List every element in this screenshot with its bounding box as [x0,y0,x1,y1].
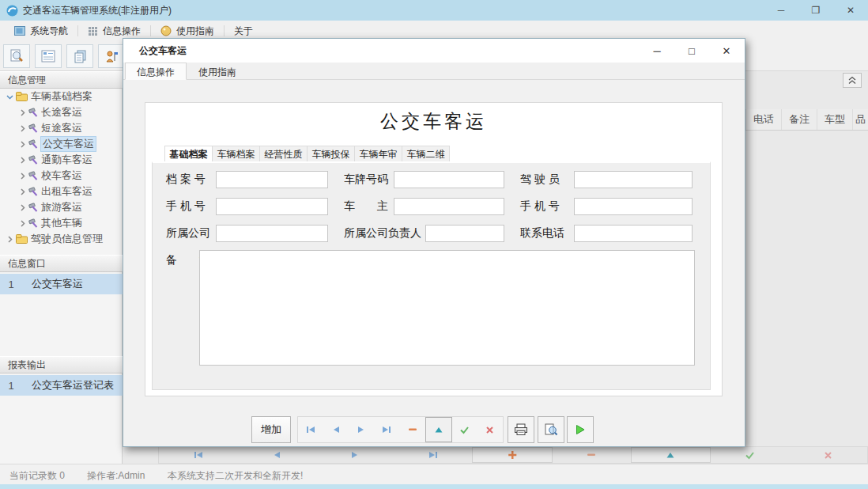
column-header: 车型 [817,109,852,130]
tree-item-label: 短途客运 [41,121,82,135]
dialog-tab-bar: 信息操作 使用指南 [123,63,745,80]
archive-no-field[interactable] [216,171,328,188]
form-tool-button[interactable] [35,44,62,68]
tree-item-label: 驾驶员信息管理 [31,232,103,246]
dlg-post-record-button[interactable] [452,417,477,442]
remark-field[interactable] [199,250,695,366]
dlg-delete-record-button[interactable] [400,417,425,442]
print-button[interactable] [508,416,534,443]
tree-item-label-selected: 公交车客运 [41,137,96,151]
dlg-cancel-record-button[interactable] [477,417,503,442]
chevron-right-icon [17,141,27,148]
tree-item-chuzu[interactable]: 出租车客运 [0,184,123,199]
tree-item-tongqin[interactable]: 通勤车客运 [0,152,123,168]
preview-tool-button[interactable] [3,44,30,68]
window-title: 交通客运车辆管理系统(非注册用户) [23,4,172,17]
sidebar-header-report-output: 报表输出 [0,356,123,373]
owner-label: 车 主 [344,199,388,214]
dialog-groupbox: 公交车客运 基础档案 车辆档案 经营性质 车辆投保 车辆年审 车辆二维 档 案 … [145,102,723,396]
dlg-edit-record-button[interactable] [425,417,452,442]
play-icon [575,424,586,435]
plate-no-field[interactable] [394,171,504,188]
tree-item-label: 出租车客运 [41,184,92,199]
restore-button[interactable]: ❐ [798,0,833,21]
insert-record-button[interactable] [472,447,552,463]
tree-item-changtu[interactable]: 长途客运 [0,104,123,120]
tree-item-lvyou[interactable]: 旅游客运 [0,199,123,215]
add-button[interactable]: 增加 [251,416,291,443]
driver-label: 驾 驶 员 [520,172,560,187]
report-output-row[interactable]: 1 公交车客运登记表 [0,375,123,396]
next-record-button[interactable] [315,447,394,463]
bus-dialog-window: 公交车客运 ─ □ ✕ 信息操作 使用指南 公交车客运 基础档案 车辆档案 经营… [123,38,745,447]
prev-record-button[interactable] [237,447,315,463]
menu-item-system-nav[interactable]: 系统导航 [5,21,77,41]
cancel-record-button[interactable] [789,447,867,463]
mobile-field[interactable] [216,198,328,215]
row-label: 公交车客运登记表 [32,378,114,392]
tree-item-driver-root[interactable]: 驾驶员信息管理 [0,231,123,247]
tab-basic-archive[interactable]: 基础档案 [164,146,213,162]
run-button[interactable] [567,416,594,443]
owner-mobile-field[interactable] [574,198,693,215]
column-header: 品 [852,109,868,130]
dialog-button-bar: 增加 [123,416,745,443]
search-doc-icon [9,49,24,63]
dlg-next-record-button[interactable] [349,417,374,442]
user-tool-button[interactable] [98,44,125,68]
background-record-navigator [158,446,868,464]
window-titlebar: 交通客运车辆管理系统(非注册用户) ─ ❐ ✕ [0,0,868,21]
row-label: 公交车客运 [32,277,83,291]
info-window-row[interactable]: 1 公交车客运 [0,274,123,294]
tree-item-vehicle-archive-root[interactable]: 车辆基础档案 [0,89,123,104]
window-bottom-edge [0,484,868,489]
driver-field[interactable] [574,171,693,188]
contact-phone-label: 联系电话 [520,226,564,241]
minimize-button[interactable]: ─ [764,0,798,21]
print-preview-button[interactable] [538,416,564,443]
tab-business-nature[interactable]: 经营性质 [259,146,308,162]
delete-record-button[interactable] [553,447,631,463]
tree-item-duantu[interactable]: 短途客运 [0,120,123,136]
tab-vehicle-2d[interactable]: 车辆二维 [402,146,450,162]
dlg-last-record-button[interactable] [374,417,399,442]
dlg-first-record-button[interactable] [298,417,323,442]
row-index: 1 [0,279,22,290]
close-button[interactable]: ✕ [833,0,868,21]
dlg-prev-record-button[interactable] [323,417,349,442]
dialog-close-button[interactable]: ✕ [715,39,738,63]
chevron-right-icon [17,157,27,164]
document-tool-button[interactable] [66,44,93,68]
tree-item-gongjiao[interactable]: 公交车客运 [0,136,123,152]
dialog-maximize-button[interactable]: □ [680,39,704,63]
menu-item-label: 信息操作 [103,25,141,38]
tab-vehicle-archive[interactable]: 车辆档案 [212,146,260,162]
dialog-tab-info-ops[interactable]: 信息操作 [125,63,187,80]
grid-icon [88,26,98,36]
post-record-button[interactable] [711,447,789,463]
tab-annual-review[interactable]: 车辆年审 [354,146,402,162]
owner-field[interactable] [394,198,504,215]
tool-icon [28,171,38,180]
company-field[interactable] [216,225,328,242]
tree-item-qita[interactable]: 其他车辆 [0,215,123,231]
edit-record-button[interactable] [631,447,711,463]
collapse-panel-button[interactable] [843,73,862,88]
tab-insurance[interactable]: 车辆投保 [307,146,355,162]
column-header: 电话 [745,109,781,130]
contact-phone-field[interactable] [574,225,693,242]
sidebar-header-info-window: 信息窗口 [0,255,123,272]
row-index: 1 [0,380,22,392]
dialog-minimize-button[interactable]: ─ [645,39,669,63]
first-record-button[interactable] [159,447,237,463]
tree-item-xiaoche[interactable]: 校车客运 [0,168,123,184]
menu-item-label: 使用指南 [176,25,214,38]
company-head-field[interactable] [425,225,504,242]
tree-item-label: 长途客运 [41,105,82,119]
tree-item-label: 校车客运 [41,169,82,183]
last-record-button[interactable] [394,447,472,463]
dialog-tab-guide[interactable]: 使用指南 [187,63,248,80]
company-head-label: 所属公司负责人 [344,226,421,241]
owner-mobile-label: 手 机 号 [520,199,560,214]
sidebar-header-info-manage: 信息管理 [0,71,123,89]
